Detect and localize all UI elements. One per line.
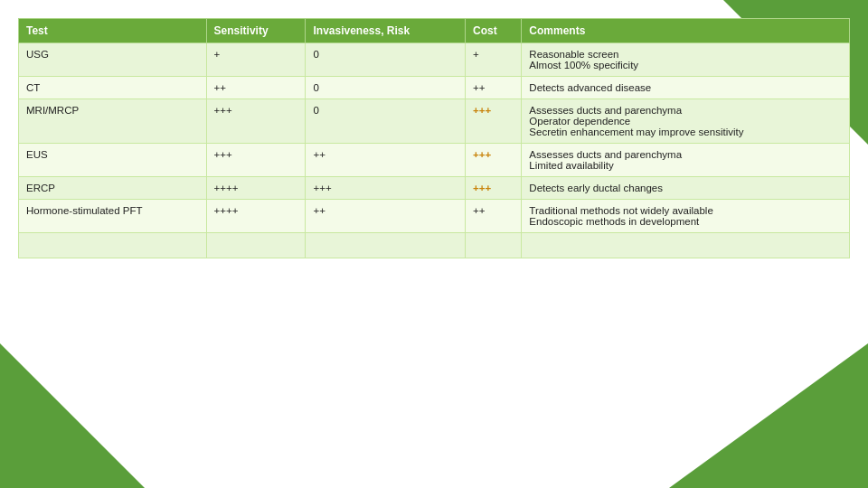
cell-cost: +++ [466, 99, 522, 144]
cell-cost: ++ [466, 200, 522, 233]
cell-sensitivity: ++ [206, 77, 306, 99]
col-header-comments: Comments [522, 19, 850, 43]
table-row: ERCP++++++++++Detects early ductal chang… [19, 177, 850, 200]
cell-test: ERCP [19, 177, 207, 200]
cell-test: USG [19, 43, 207, 77]
cell-invasiveness: +++ [306, 177, 466, 200]
comparison-table: Test Sensitivity Invasiveness, Risk Cost… [18, 18, 850, 258]
cell-cost: ++ [466, 77, 522, 99]
cell-comments: Traditional methods not widely available… [522, 200, 850, 233]
table-row: Hormone-stimulated PFT++++++++Traditiona… [19, 200, 850, 233]
cell-invasiveness: 0 [306, 43, 466, 77]
cell-comments: Reasonable screenAlmost 100% specificity [522, 43, 850, 77]
col-header-sensitivity: Sensitivity [206, 19, 306, 43]
col-header-test: Test [19, 19, 207, 43]
cell-test: Hormone-stimulated PFT [19, 200, 207, 233]
col-header-cost: Cost [466, 19, 522, 43]
cell-sensitivity: +++ [206, 99, 306, 144]
cell-comments: Detects advanced disease [522, 77, 850, 99]
cell-cost: + [466, 43, 522, 77]
table-row: MRI/MRCP+++0+++Assesses ducts and parenc… [19, 99, 850, 144]
col-header-invasiveness: Invasiveness, Risk [306, 19, 466, 43]
cell-cost: +++ [466, 177, 522, 200]
cell-invasiveness: ++ [306, 144, 466, 177]
cell-test: EUS [19, 144, 207, 177]
cell-comments: Assesses ducts and parenchymaOperator de… [522, 99, 850, 144]
cell-test: MRI/MRCP [19, 99, 207, 144]
cell-invasiveness: 0 [306, 99, 466, 144]
table-row: CT++0++Detects advanced disease [19, 77, 850, 99]
cell-test: CT [19, 77, 207, 99]
cell-invasiveness: 0 [306, 77, 466, 99]
cell-sensitivity: ++++ [206, 200, 306, 233]
cell-cost: +++ [466, 144, 522, 177]
cell-sensitivity: + [206, 43, 306, 77]
cell-invasiveness: ++ [306, 200, 466, 233]
cell-sensitivity: +++ [206, 144, 306, 177]
table-header-row: Test Sensitivity Invasiveness, Risk Cost… [19, 19, 850, 43]
table-row: USG+0+Reasonable screenAlmost 100% speci… [19, 43, 850, 77]
table-container: Test Sensitivity Invasiveness, Risk Cost… [18, 18, 850, 258]
cell-comments: Assesses ducts and parenchymaLimited ava… [522, 144, 850, 177]
table-empty-row [19, 233, 850, 258]
cell-comments: Detects early ductal changes [522, 177, 850, 200]
decorative-triangle-bottom-right [669, 343, 868, 488]
decorative-triangle-bottom-left [0, 343, 145, 488]
cell-sensitivity: ++++ [206, 177, 306, 200]
table-row: EUS++++++++Assesses ducts and parenchyma… [19, 144, 850, 177]
